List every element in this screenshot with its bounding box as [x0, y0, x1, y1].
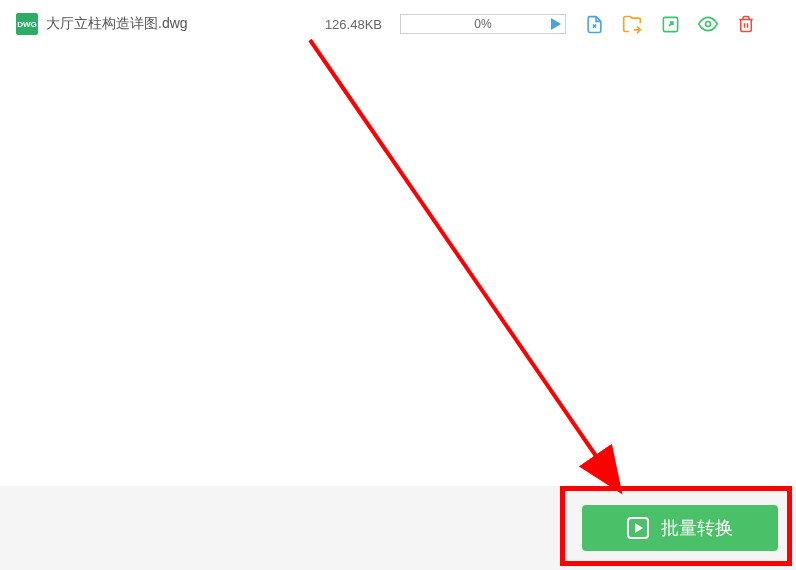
- file-name-label: 大厅立柱构造详图.dwg: [46, 15, 296, 33]
- progress-bar[interactable]: 0%: [400, 14, 566, 34]
- play-box-icon: [627, 517, 649, 539]
- play-icon[interactable]: [551, 18, 561, 30]
- delete-icon[interactable]: [736, 14, 756, 34]
- batch-convert-label: 批量转换: [661, 516, 733, 540]
- dwg-file-icon: DWG: [16, 13, 38, 35]
- export-icon[interactable]: [660, 14, 680, 34]
- open-folder-icon[interactable]: [622, 14, 642, 34]
- svg-point-1: [706, 22, 711, 27]
- file-actions: [584, 14, 756, 34]
- svg-line-5: [310, 40, 618, 488]
- preview-eye-icon[interactable]: [698, 14, 718, 34]
- annotation-arrow-icon: [300, 30, 720, 510]
- progress-text: 0%: [474, 17, 491, 31]
- batch-convert-button[interactable]: 批量转换: [582, 505, 778, 551]
- file-row: DWG 大厅立柱构造详图.dwg 126.48KB 0%: [0, 0, 796, 48]
- file-size-label: 126.48KB: [296, 17, 382, 32]
- bottom-toolbar: 批量转换: [0, 486, 796, 570]
- open-file-icon[interactable]: [584, 14, 604, 34]
